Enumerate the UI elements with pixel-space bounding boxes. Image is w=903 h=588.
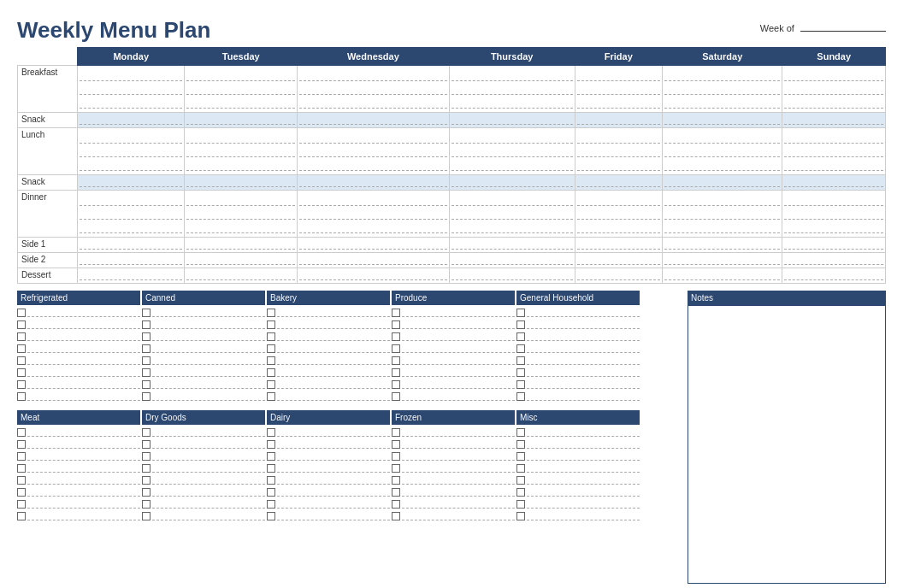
item-line[interactable] xyxy=(527,440,640,449)
checkbox[interactable] xyxy=(142,309,150,317)
checkbox[interactable] xyxy=(516,512,525,520)
checkbox[interactable] xyxy=(17,428,26,437)
meal-cell[interactable] xyxy=(575,175,662,191)
checkbox[interactable] xyxy=(267,356,275,365)
item-line[interactable] xyxy=(527,392,640,401)
checkbox[interactable] xyxy=(516,500,525,509)
item-line[interactable] xyxy=(27,452,140,461)
meal-cell[interactable] xyxy=(185,175,298,191)
meal-cell[interactable] xyxy=(663,175,782,191)
item-line[interactable] xyxy=(277,428,390,437)
item-line[interactable] xyxy=(152,500,265,509)
item-line[interactable] xyxy=(527,500,640,509)
checkbox[interactable] xyxy=(17,464,26,473)
meal-cell[interactable] xyxy=(782,128,886,175)
item-line[interactable] xyxy=(402,512,515,520)
checkbox[interactable] xyxy=(392,428,400,437)
item-line[interactable] xyxy=(27,344,140,353)
item-line[interactable] xyxy=(27,500,140,509)
item-line[interactable] xyxy=(27,380,140,389)
meal-cell[interactable] xyxy=(78,113,185,128)
checkbox[interactable] xyxy=(142,332,150,341)
item-line[interactable] xyxy=(27,512,140,520)
checkbox[interactable] xyxy=(142,500,150,509)
meal-cell[interactable] xyxy=(185,66,298,113)
item-line[interactable] xyxy=(527,380,640,389)
checkbox[interactable] xyxy=(17,488,26,497)
checkbox[interactable] xyxy=(17,512,26,520)
meal-cell[interactable] xyxy=(449,113,575,128)
meal-cell[interactable] xyxy=(575,66,662,113)
item-line[interactable] xyxy=(402,428,515,437)
checkbox[interactable] xyxy=(142,356,150,365)
item-line[interactable] xyxy=(277,464,390,473)
meal-cell[interactable] xyxy=(663,128,782,175)
checkbox[interactable] xyxy=(392,512,400,520)
checkbox[interactable] xyxy=(142,440,150,449)
checkbox[interactable] xyxy=(142,464,150,473)
item-line[interactable] xyxy=(402,320,515,329)
meal-cell[interactable] xyxy=(575,113,662,128)
checkbox[interactable] xyxy=(516,464,525,473)
meal-cell[interactable] xyxy=(78,238,185,253)
checkbox[interactable] xyxy=(267,380,275,389)
meal-cell[interactable] xyxy=(78,268,185,284)
item-line[interactable] xyxy=(527,320,640,329)
item-line[interactable] xyxy=(27,428,140,437)
checkbox[interactable] xyxy=(142,344,150,353)
item-line[interactable] xyxy=(277,344,390,353)
checkbox[interactable] xyxy=(267,309,275,317)
checkbox[interactable] xyxy=(17,368,26,377)
meal-cell[interactable] xyxy=(782,175,886,191)
item-line[interactable] xyxy=(277,380,390,389)
meal-cell[interactable] xyxy=(663,113,782,128)
item-line[interactable] xyxy=(152,512,265,520)
checkbox[interactable] xyxy=(17,476,26,485)
checkbox[interactable] xyxy=(142,476,150,485)
checkbox[interactable] xyxy=(392,380,400,389)
item-line[interactable] xyxy=(527,464,640,473)
meal-cell[interactable] xyxy=(78,253,185,268)
item-line[interactable] xyxy=(277,356,390,365)
meal-cell[interactable] xyxy=(663,253,782,268)
checkbox[interactable] xyxy=(17,320,26,329)
item-line[interactable] xyxy=(152,332,265,341)
checkbox[interactable] xyxy=(392,368,400,377)
meal-cell[interactable] xyxy=(782,268,886,284)
meal-cell[interactable] xyxy=(298,128,450,175)
checkbox[interactable] xyxy=(267,476,275,485)
item-line[interactable] xyxy=(527,356,640,365)
item-line[interactable] xyxy=(277,476,390,485)
meal-cell[interactable] xyxy=(78,175,185,191)
checkbox[interactable] xyxy=(392,500,400,509)
checkbox[interactable] xyxy=(516,332,525,341)
checkbox[interactable] xyxy=(392,332,400,341)
checkbox[interactable] xyxy=(516,309,525,317)
item-line[interactable] xyxy=(27,476,140,485)
meal-cell[interactable] xyxy=(185,253,298,268)
meal-cell[interactable] xyxy=(185,191,298,238)
checkbox[interactable] xyxy=(516,392,525,401)
checkbox[interactable] xyxy=(516,368,525,377)
checkbox[interactable] xyxy=(17,452,26,461)
item-line[interactable] xyxy=(152,344,265,353)
item-line[interactable] xyxy=(152,368,265,377)
item-line[interactable] xyxy=(27,332,140,341)
item-line[interactable] xyxy=(527,512,640,520)
item-line[interactable] xyxy=(152,392,265,401)
item-line[interactable] xyxy=(152,476,265,485)
item-line[interactable] xyxy=(27,309,140,317)
item-line[interactable] xyxy=(277,392,390,401)
item-line[interactable] xyxy=(152,356,265,365)
checkbox[interactable] xyxy=(267,320,275,329)
checkbox[interactable] xyxy=(142,452,150,461)
meal-cell[interactable] xyxy=(782,113,886,128)
checkbox[interactable] xyxy=(392,440,400,449)
meal-cell[interactable] xyxy=(575,238,662,253)
checkbox[interactable] xyxy=(392,392,400,401)
checkbox[interactable] xyxy=(267,500,275,509)
checkbox[interactable] xyxy=(392,476,400,485)
item-line[interactable] xyxy=(402,464,515,473)
meal-cell[interactable] xyxy=(663,268,782,284)
item-line[interactable] xyxy=(527,452,640,461)
